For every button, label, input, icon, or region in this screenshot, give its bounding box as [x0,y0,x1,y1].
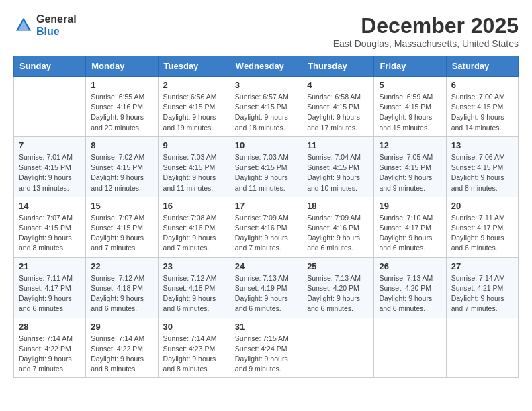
day-number: 24 [235,261,297,271]
day-number: 28 [19,322,81,332]
day-number: 31 [235,322,297,332]
day-info: Sunrise: 7:01 AM Sunset: 4:15 PM Dayligh… [19,152,81,193]
day-number: 10 [235,140,297,150]
calendar-cell: 12Sunrise: 7:05 AM Sunset: 4:15 PM Dayli… [374,136,446,197]
calendar: SundayMondayTuesdayWednesdayThursdayFrid… [13,56,519,378]
calendar-cell: 5Sunrise: 6:59 AM Sunset: 4:15 PM Daylig… [374,77,446,137]
day-info: Sunrise: 7:03 AM Sunset: 4:15 PM Dayligh… [163,152,225,193]
month-title: December 2025 [333,13,519,38]
day-number: 14 [19,201,81,211]
day-number: 17 [235,201,297,211]
calendar-cell: 16Sunrise: 7:08 AM Sunset: 4:16 PM Dayli… [158,197,230,257]
calendar-cell: 22Sunrise: 7:12 AM Sunset: 4:18 PM Dayli… [86,257,158,318]
day-info: Sunrise: 7:09 AM Sunset: 4:16 PM Dayligh… [307,213,369,254]
calendar-week-row: 7Sunrise: 7:01 AM Sunset: 4:15 PM Daylig… [14,136,519,197]
calendar-cell: 2Sunrise: 6:56 AM Sunset: 4:15 PM Daylig… [158,77,230,137]
logo: General Blue [13,13,77,37]
calendar-cell: 19Sunrise: 7:10 AM Sunset: 4:17 PM Dayli… [374,197,446,257]
day-info: Sunrise: 6:56 AM Sunset: 4:15 PM Dayligh… [163,92,225,133]
calendar-week-row: 1Sunrise: 6:55 AM Sunset: 4:16 PM Daylig… [14,77,519,137]
day-number: 12 [379,140,441,150]
day-number: 27 [451,261,513,271]
header: General Blue December 2025 East Douglas,… [13,13,519,49]
calendar-cell: 17Sunrise: 7:09 AM Sunset: 4:16 PM Dayli… [230,197,302,257]
day-number: 5 [379,80,441,90]
calendar-week-row: 21Sunrise: 7:11 AM Sunset: 4:17 PM Dayli… [14,257,519,318]
location-title: East Douglas, Massachusetts, United Stat… [333,38,519,49]
day-info: Sunrise: 7:03 AM Sunset: 4:15 PM Dayligh… [235,152,297,193]
day-info: Sunrise: 7:11 AM Sunset: 4:17 PM Dayligh… [451,213,513,254]
calendar-cell: 11Sunrise: 7:04 AM Sunset: 4:15 PM Dayli… [302,136,374,197]
day-info: Sunrise: 7:10 AM Sunset: 4:17 PM Dayligh… [379,213,441,254]
day-info: Sunrise: 7:07 AM Sunset: 4:15 PM Dayligh… [19,213,81,254]
calendar-cell: 9Sunrise: 7:03 AM Sunset: 4:15 PM Daylig… [158,136,230,197]
calendar-week-row: 28Sunrise: 7:14 AM Sunset: 4:22 PM Dayli… [14,318,519,378]
day-info: Sunrise: 7:07 AM Sunset: 4:15 PM Dayligh… [91,213,152,254]
calendar-day-header: Saturday [446,56,518,77]
day-info: Sunrise: 7:13 AM Sunset: 4:20 PM Dayligh… [307,273,369,314]
calendar-cell [374,318,446,378]
calendar-cell: 25Sunrise: 7:13 AM Sunset: 4:20 PM Dayli… [302,257,374,318]
calendar-cell: 23Sunrise: 7:12 AM Sunset: 4:18 PM Dayli… [158,257,230,318]
calendar-cell: 29Sunrise: 7:14 AM Sunset: 4:22 PM Dayli… [86,318,158,378]
calendar-day-header: Friday [374,56,446,77]
day-info: Sunrise: 7:05 AM Sunset: 4:15 PM Dayligh… [379,152,441,193]
day-number: 21 [19,261,81,271]
day-number: 18 [307,201,369,211]
day-info: Sunrise: 7:04 AM Sunset: 4:15 PM Dayligh… [307,152,369,193]
day-info: Sunrise: 7:00 AM Sunset: 4:15 PM Dayligh… [451,92,513,133]
day-number: 13 [451,140,513,150]
day-number: 9 [163,140,225,150]
calendar-cell: 3Sunrise: 6:57 AM Sunset: 4:15 PM Daylig… [230,77,302,137]
day-info: Sunrise: 7:12 AM Sunset: 4:18 PM Dayligh… [91,273,152,314]
day-info: Sunrise: 7:06 AM Sunset: 4:15 PM Dayligh… [451,152,513,193]
day-info: Sunrise: 7:11 AM Sunset: 4:17 PM Dayligh… [19,273,81,314]
logo-text: General Blue [36,13,77,37]
day-number: 29 [91,322,152,332]
day-number: 22 [91,261,152,271]
day-number: 6 [451,80,513,90]
day-info: Sunrise: 7:13 AM Sunset: 4:20 PM Dayligh… [379,273,441,314]
calendar-cell [446,318,518,378]
day-number: 20 [451,201,513,211]
day-number: 25 [307,261,369,271]
day-info: Sunrise: 7:14 AM Sunset: 4:22 PM Dayligh… [91,334,152,375]
calendar-cell: 15Sunrise: 7:07 AM Sunset: 4:15 PM Dayli… [86,197,158,257]
day-info: Sunrise: 6:55 AM Sunset: 4:16 PM Dayligh… [91,92,152,133]
logo-general-text: General [36,13,77,26]
calendar-cell: 21Sunrise: 7:11 AM Sunset: 4:17 PM Dayli… [14,257,86,318]
day-number: 4 [307,80,369,90]
calendar-cell: 26Sunrise: 7:13 AM Sunset: 4:20 PM Dayli… [374,257,446,318]
day-number: 15 [91,201,152,211]
logo-icon [13,15,34,36]
day-info: Sunrise: 7:13 AM Sunset: 4:19 PM Dayligh… [235,273,297,314]
day-info: Sunrise: 7:14 AM Sunset: 4:23 PM Dayligh… [163,334,225,375]
day-info: Sunrise: 7:08 AM Sunset: 4:16 PM Dayligh… [163,213,225,254]
day-info: Sunrise: 7:14 AM Sunset: 4:22 PM Dayligh… [19,334,81,375]
day-number: 7 [19,140,81,150]
calendar-cell: 27Sunrise: 7:14 AM Sunset: 4:21 PM Dayli… [446,257,518,318]
calendar-cell [14,77,86,137]
day-number: 26 [379,261,441,271]
calendar-cell: 4Sunrise: 6:58 AM Sunset: 4:15 PM Daylig… [302,77,374,137]
day-info: Sunrise: 7:02 AM Sunset: 4:15 PM Dayligh… [91,152,152,193]
day-info: Sunrise: 7:14 AM Sunset: 4:21 PM Dayligh… [451,273,513,314]
calendar-cell: 7Sunrise: 7:01 AM Sunset: 4:15 PM Daylig… [14,136,86,197]
day-info: Sunrise: 7:15 AM Sunset: 4:24 PM Dayligh… [235,334,297,375]
calendar-cell: 10Sunrise: 7:03 AM Sunset: 4:15 PM Dayli… [230,136,302,197]
day-number: 1 [91,80,152,90]
logo-blue-text: Blue [36,26,77,38]
calendar-cell: 20Sunrise: 7:11 AM Sunset: 4:17 PM Dayli… [446,197,518,257]
calendar-header-row: SundayMondayTuesdayWednesdayThursdayFrid… [14,56,519,77]
calendar-day-header: Wednesday [230,56,302,77]
day-info: Sunrise: 7:09 AM Sunset: 4:16 PM Dayligh… [235,213,297,254]
calendar-day-header: Tuesday [158,56,230,77]
calendar-cell: 30Sunrise: 7:14 AM Sunset: 4:23 PM Dayli… [158,318,230,378]
calendar-day-header: Monday [86,56,158,77]
day-number: 2 [163,80,225,90]
day-number: 23 [163,261,225,271]
day-number: 30 [163,322,225,332]
calendar-week-row: 14Sunrise: 7:07 AM Sunset: 4:15 PM Dayli… [14,197,519,257]
day-info: Sunrise: 7:12 AM Sunset: 4:18 PM Dayligh… [163,273,225,314]
day-number: 3 [235,80,297,90]
